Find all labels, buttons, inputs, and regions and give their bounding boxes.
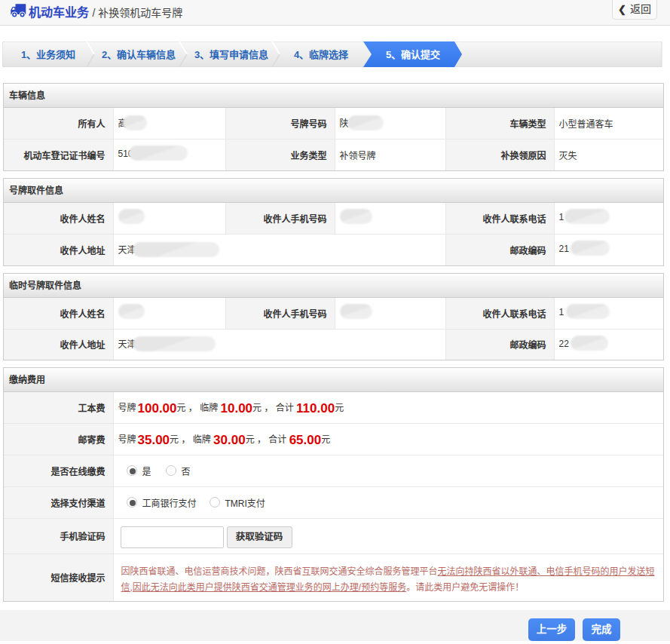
svg-text:1、业务须知: 1、业务须知	[21, 49, 75, 60]
svg-text:5、确认提交: 5、确认提交	[386, 49, 440, 60]
svg-text:3、填写申请信息: 3、填写申请信息	[194, 49, 268, 60]
svg-text:2、确认车辆信息: 2、确认车辆信息	[102, 49, 176, 60]
svg-text:4、临牌选择: 4、临牌选择	[294, 49, 349, 60]
